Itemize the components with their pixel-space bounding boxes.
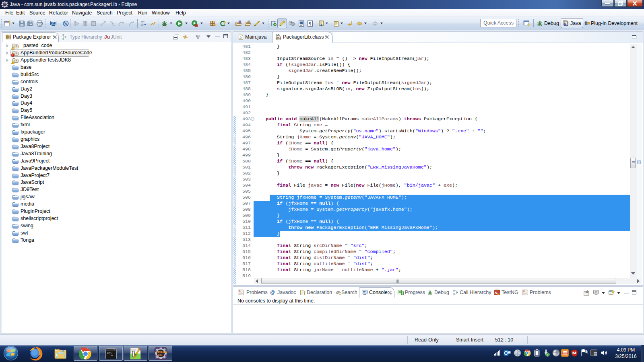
svg-text:¶: ¶ [309,21,311,26]
svg-text:IDE: IDE [158,354,163,356]
svg-text:J: J [239,36,242,40]
svg-text:010: 010 [277,37,281,40]
svg-text:C:\: C:\ [107,352,112,355]
svg-text:Java EE: Java EE [156,350,167,353]
svg-text:++: ++ [134,354,138,356]
svg-text:G: G [497,292,500,296]
